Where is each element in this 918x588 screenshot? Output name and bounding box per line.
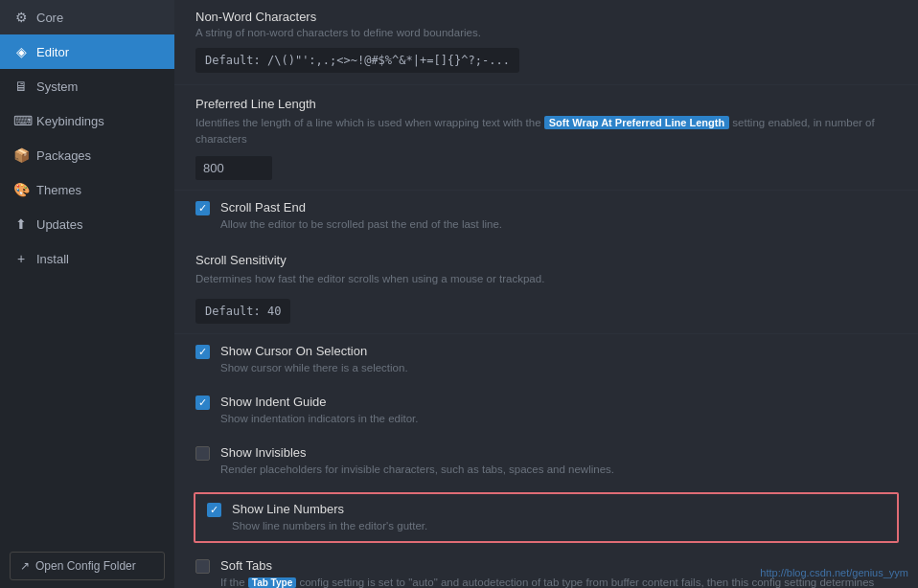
- preferred-line-length-desc: Identifies the length of a line which is…: [195, 115, 897, 148]
- scroll-past-end-row: ✓ Scroll Past End Allow the editor to be…: [174, 191, 918, 241]
- scroll-sensitivity-title: Scroll Sensitivity: [195, 253, 897, 267]
- sidebar-label-install: Install: [36, 252, 69, 266]
- tab-type-badge: Tab Type: [248, 577, 296, 588]
- sidebar-label-updates: Updates: [36, 217, 82, 232]
- settings-content: Non-Word Characters A string of non-word…: [174, 0, 918, 588]
- scroll-past-end-name: Scroll Past End: [220, 200, 502, 215]
- non-word-value: Default: /\()"':,.;<>~!@#$%^&*|+=[]{}^?;…: [195, 48, 519, 73]
- show-indent-guide-checkbox[interactable]: ✓: [195, 396, 211, 411]
- show-line-numbers-checkbox[interactable]: ✓: [207, 503, 222, 518]
- show-indent-guide-desc: Show indentation indicators in the edito…: [220, 411, 419, 426]
- show-indent-guide-row: ✓ Show Indent Guide Show indentation ind…: [174, 385, 918, 436]
- open-config-button[interactable]: ↗ Open Config Folder: [10, 552, 165, 580]
- sidebar-item-updates[interactable]: ⬆ Updates: [0, 207, 174, 241]
- show-line-numbers-name: Show Line Numbers: [232, 502, 427, 516]
- sidebar-label-core: Core: [36, 11, 63, 25]
- sidebar: ⚙ Core ◈ Editor 🖥 System ⌨ Keybindings 📦…: [0, 0, 174, 588]
- show-cursor-desc: Show cursor while there is a selection.: [220, 360, 408, 375]
- non-word-title: Non-Word Characters: [195, 10, 897, 24]
- updates-icon: ⬆: [13, 216, 29, 232]
- preferred-line-length-title: Preferred Line Length: [195, 97, 897, 111]
- sidebar-item-keybindings[interactable]: ⌨ Keybindings: [0, 103, 174, 138]
- sidebar-label-editor: Editor: [36, 45, 69, 59]
- packages-icon: 📦: [13, 147, 29, 163]
- watermark-text: http://blog.csdn.net/genius_yym: [760, 567, 908, 578]
- soft-tabs-checkbox[interactable]: [195, 559, 211, 575]
- open-config-icon: ↗: [20, 559, 30, 573]
- editor-icon: ◈: [13, 44, 29, 59]
- show-invisibles-desc: Render placeholders for invisible charac…: [220, 462, 614, 477]
- show-cursor-checkbox[interactable]: ✓: [195, 345, 211, 360]
- non-word-desc: A string of non-word characters to defin…: [195, 27, 897, 38]
- sidebar-item-system[interactable]: 🖥 System: [0, 69, 174, 103]
- sidebar-item-install[interactable]: + Install: [0, 241, 174, 276]
- system-icon: 🖥: [13, 79, 29, 94]
- open-config-label: Open Config Folder: [35, 559, 136, 573]
- show-line-numbers-desc: Show line numbers in the editor's gutter…: [232, 518, 427, 533]
- soft-wrap-badge: Soft Wrap At Preferred Line Length: [544, 116, 729, 129]
- sidebar-label-themes: Themes: [36, 183, 81, 197]
- sidebar-item-packages[interactable]: 📦 Packages: [0, 138, 174, 172]
- show-invisibles-checkbox[interactable]: [195, 446, 211, 462]
- scroll-past-end-checkbox[interactable]: ✓: [195, 201, 211, 216]
- sidebar-item-core[interactable]: ⚙ Core: [0, 0, 174, 34]
- sidebar-label-system: System: [36, 79, 78, 94]
- scroll-sensitivity-desc: Determines how fast the editor scrolls w…: [195, 271, 897, 287]
- install-icon: +: [13, 251, 29, 266]
- show-line-numbers-container: ✓ Show Line Numbers Show line numbers in…: [174, 486, 918, 549]
- scroll-sensitivity-value: Default: 40: [195, 299, 290, 324]
- sidebar-label-packages: Packages: [36, 148, 91, 163]
- sidebar-item-themes[interactable]: 🎨 Themes: [0, 172, 174, 207]
- show-cursor-name: Show Cursor On Selection: [220, 344, 408, 358]
- keybindings-icon: ⌨: [13, 113, 29, 128]
- sidebar-item-editor[interactable]: ◈ Editor: [0, 34, 174, 69]
- scroll-past-end-desc: Allow the editor to be scrolled past the…: [220, 216, 502, 232]
- show-invisibles-name: Show Invisibles: [220, 445, 614, 460]
- show-line-numbers-row: ✓ Show Line Numbers Show line numbers in…: [194, 492, 899, 543]
- themes-icon: 🎨: [13, 182, 29, 197]
- non-word-section: Non-Word Characters A string of non-word…: [174, 0, 918, 85]
- core-icon: ⚙: [13, 10, 29, 25]
- show-indent-guide-name: Show Indent Guide: [220, 395, 419, 409]
- show-cursor-on-selection-row: ✓ Show Cursor On Selection Show cursor w…: [174, 334, 918, 385]
- preferred-line-length-input[interactable]: [195, 156, 272, 180]
- show-invisibles-row: Show Invisibles Render placeholders for …: [174, 436, 918, 486]
- scroll-sensitivity-section: Scroll Sensitivity Determines how fast t…: [174, 241, 918, 334]
- sidebar-label-keybindings: Keybindings: [36, 114, 104, 128]
- preferred-line-length-section: Preferred Line Length Identifies the len…: [174, 85, 918, 191]
